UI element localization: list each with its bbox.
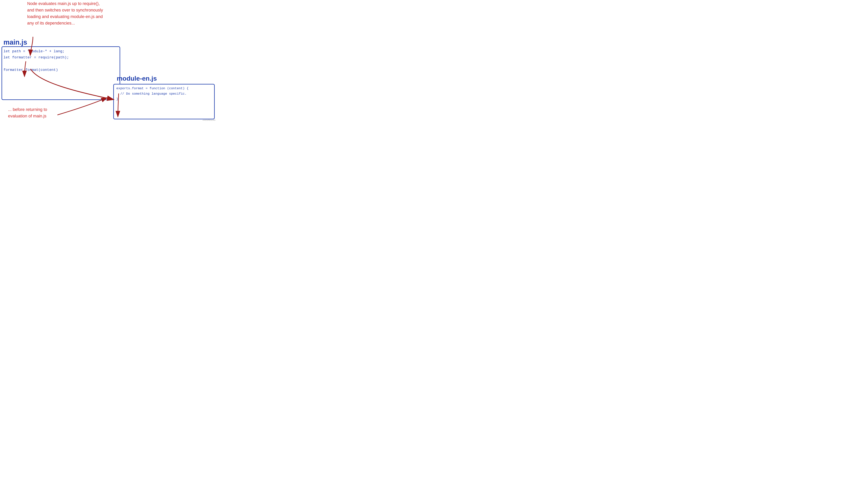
annotation-line-3: loading and evaluating module-en.js and bbox=[27, 14, 103, 19]
bottom-annotation: ... before returning to evaluation of ma… bbox=[8, 106, 47, 119]
module-en-code: exports.format = function (content) { //… bbox=[116, 86, 188, 102]
page-container: Node evaluates main.js up to require(), … bbox=[0, 0, 217, 122]
annotation-line-4: any of its dependencies... bbox=[27, 21, 75, 26]
code-line-1: let path = "module-" + lang; bbox=[3, 48, 69, 54]
arrow-return-to-main bbox=[57, 98, 107, 115]
bottom-line-2: evaluation of main.js bbox=[8, 114, 46, 118]
code-line-3 bbox=[3, 61, 69, 67]
main-js-code: let path = "module-" + lang; let formatt… bbox=[3, 48, 69, 73]
top-annotation: Node evaluates main.js up to require(), … bbox=[27, 0, 184, 26]
main-js-title: main.js bbox=[3, 38, 27, 46]
annotation-line-1: Node evaluates main.js up to require(), bbox=[27, 1, 100, 6]
module-en-title: module-en.js bbox=[117, 75, 157, 82]
exports-line-1: exports.format = function (content) { bbox=[116, 86, 188, 91]
bottom-line-1: ... before returning to bbox=[8, 107, 47, 112]
code-line-4: formatter.format(content) bbox=[3, 67, 69, 73]
code-line-2: let formatter = require(path); bbox=[3, 54, 69, 60]
watermark: JAKESRESLING bbox=[203, 119, 215, 121]
exports-line-3: } bbox=[116, 96, 188, 102]
exports-line-2: // Do something language specific. bbox=[116, 91, 188, 96]
annotation-line-2: and then switches over to synchronously bbox=[27, 8, 103, 12]
